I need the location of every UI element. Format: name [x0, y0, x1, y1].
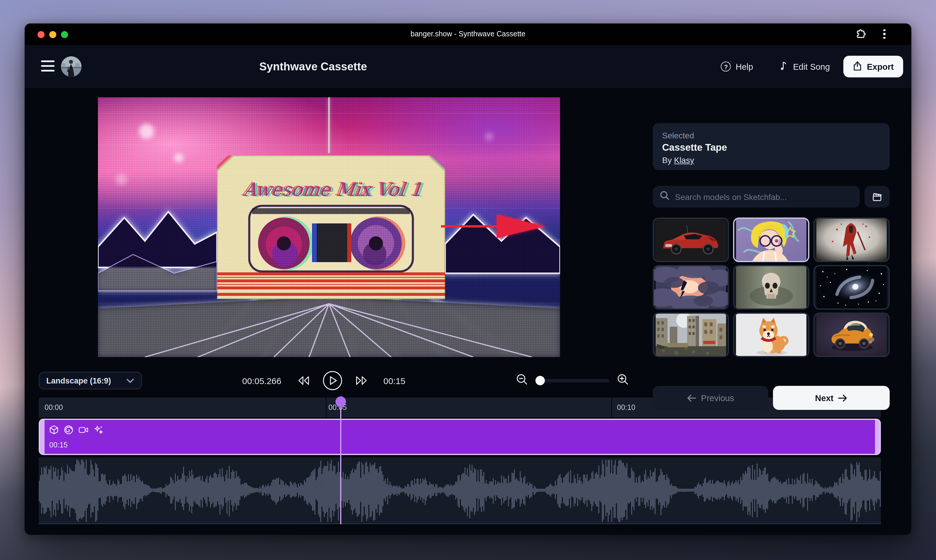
- aspect-ratio-select[interactable]: Landscape (16:9): [39, 372, 142, 389]
- share-export-icon: [853, 61, 862, 72]
- menu-hamburger-icon[interactable]: [41, 60, 55, 72]
- model-search-field[interactable]: [653, 186, 860, 208]
- arrow-left-icon: [687, 394, 696, 402]
- extensions-puzzle-icon[interactable]: [855, 28, 867, 40]
- music-note-icon: [779, 60, 788, 73]
- audio-waveform[interactable]: [39, 457, 881, 524]
- model-thumbnail-skull[interactable]: [733, 265, 809, 309]
- zoom-out-icon[interactable]: [516, 374, 528, 388]
- timeline-clip[interactable]: 00:15: [39, 419, 881, 455]
- browser-menu-kebab-icon[interactable]: [880, 28, 889, 40]
- model-thumbnail-anime-girl[interactable]: [733, 218, 809, 262]
- video-preview-canvas[interactable]: Awesome Mix Vol 1 Awesome Mix Vol 1 Awes…: [98, 97, 560, 357]
- help-icon: ?: [721, 62, 731, 72]
- clapperboard-button[interactable]: [864, 186, 890, 208]
- spiral-icon: [64, 425, 73, 437]
- minimize-window-button[interactable]: [49, 31, 56, 38]
- export-button[interactable]: Export: [843, 56, 903, 77]
- clip-trim-handle-right[interactable]: [875, 420, 880, 454]
- app-header: Synthwave Cassette ? Help Edit Song: [25, 45, 911, 88]
- model-thumbnail-abandoned-city[interactable]: [653, 312, 729, 357]
- help-button[interactable]: ? Help: [721, 62, 753, 72]
- ruler-tick-label: 00:00: [45, 398, 63, 417]
- current-time: 00:05.266: [242, 375, 281, 386]
- sparkles-icon: [94, 425, 103, 437]
- clip-trim-handle-left[interactable]: [40, 420, 45, 454]
- previous-page-button[interactable]: Previous: [653, 386, 768, 410]
- timeline-zoom-controls: [516, 372, 629, 389]
- browser-titlebar: banger.show - Synthwave Cassette: [25, 23, 911, 45]
- fast-forward-button[interactable]: [355, 376, 368, 385]
- user-avatar[interactable]: [61, 56, 82, 77]
- selected-model-card: Selected Cassette Tape By Klasy: [653, 123, 890, 170]
- zoom-in-icon[interactable]: [617, 374, 629, 388]
- author-link[interactable]: Klasy: [674, 155, 694, 165]
- chevron-down-icon: [126, 378, 134, 383]
- selected-model-author: By Klasy: [662, 155, 880, 165]
- playhead-line: [340, 406, 341, 524]
- edit-song-button[interactable]: Edit Song: [779, 60, 830, 73]
- transport-controls: 00:05.266 00:15: [242, 366, 442, 395]
- clip-duration-label: 00:15: [49, 441, 68, 449]
- model-thumbnail-red-cloaked-figure[interactable]: [813, 218, 890, 262]
- selected-model-name: Cassette Tape: [662, 142, 880, 153]
- search-icon: [660, 191, 670, 203]
- app-window: banger.show - Synthwave Cassette: [25, 23, 911, 535]
- video-camera-icon: [79, 425, 89, 437]
- next-page-button[interactable]: Next: [773, 386, 890, 410]
- model-thumbnail-spiral-galaxy[interactable]: [813, 265, 890, 309]
- arrow-right-icon: [838, 394, 847, 402]
- desktop: banger.show - Synthwave Cassette: [0, 0, 936, 560]
- cube-3d-icon: [49, 425, 58, 437]
- window-title: banger.show - Synthwave Cassette: [411, 23, 525, 45]
- model-thumbnail-storm-clouds[interactable]: [653, 265, 729, 309]
- zoom-slider[interactable]: [536, 379, 609, 382]
- project-title: Synthwave Cassette: [259, 45, 367, 88]
- model-thumbnail-shiba-dog[interactable]: [733, 312, 809, 357]
- model-sidebar: Selected Cassette Tape By Klasy: [653, 123, 890, 421]
- play-button[interactable]: [322, 371, 342, 391]
- rewind-button[interactable]: [296, 376, 309, 385]
- zoom-window-button[interactable]: [61, 31, 68, 38]
- total-time: 00:15: [383, 375, 405, 386]
- selected-label: Selected: [662, 131, 880, 140]
- zoom-slider-knob[interactable]: [536, 376, 545, 385]
- model-thumbnail-red-sports-car[interactable]: [653, 218, 729, 262]
- search-input[interactable]: [675, 192, 853, 202]
- model-thumbnail-cartoon-orange-car[interactable]: [813, 312, 890, 357]
- ruler-tick-label: 00:10: [617, 398, 636, 417]
- playhead-knob[interactable]: [336, 396, 346, 407]
- close-window-button[interactable]: [37, 31, 45, 38]
